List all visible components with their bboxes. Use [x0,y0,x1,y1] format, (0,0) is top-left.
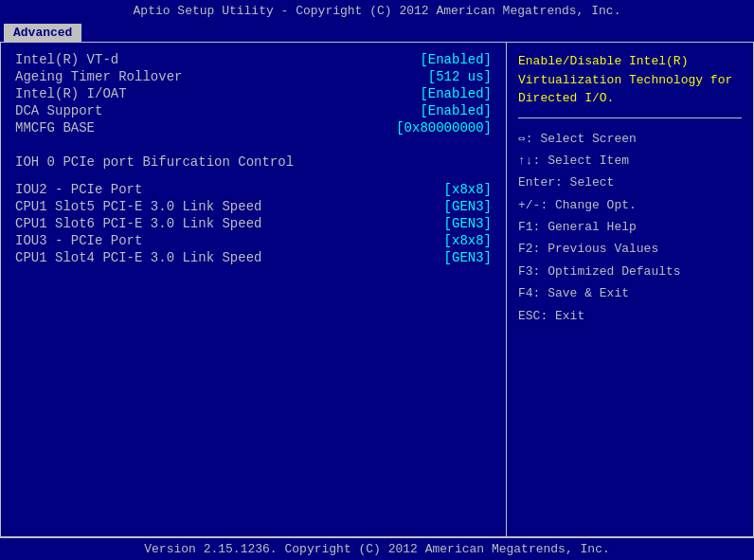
pcie-settings: IOU2 - PCIe Port [x8x8] CPU1 Slot5 PCI-E… [15,182,492,265]
setting-iou3[interactable]: IOU3 - PCIe Port [x8x8] [15,233,492,248]
key-f1: F1: General Help [518,216,742,238]
key-select-screen: ⇔: Select Screen [518,128,742,150]
right-panel: Enable/Disable Intel(R) Virtualization T… [507,43,753,536]
value-mmcfg: [0x80000000] [396,120,492,135]
label-iou2: IOU2 - PCIe Port [15,182,142,197]
key-f4: F4: Save & Exit [518,282,742,304]
key-esc: ESC: Exit [518,305,742,327]
value-slot5: [GEN3] [444,199,492,214]
label-ioat: Intel(R) I/OAT [15,86,127,101]
divider [518,117,742,118]
value-slot4: [GEN3] [444,250,492,265]
footer-text: Version 2.15.1236. Copyright (C) 2012 Am… [144,542,609,556]
label-slot6: CPU1 Slot6 PCI-E 3.0 Link Speed [15,216,261,231]
tab-bar: Advanced [0,22,754,42]
section-header: IOH 0 PCIe port Bifurcation Control [15,154,492,170]
title-bar: Aptio Setup Utility - Copyright (C) 2012… [0,0,754,22]
value-dca: [Enabled] [420,103,492,118]
key-help: ⇔: Select Screen ↑↓: Select Item Enter: … [518,128,742,328]
value-ioat: [Enabled] [420,86,492,101]
setting-slot5[interactable]: CPU1 Slot5 PCI-E 3.0 Link Speed [GEN3] [15,199,492,214]
left-panel: Intel(R) VT-d [Enabled] Ageing Timer Rol… [1,43,507,536]
key-enter-select: Enter: Select [518,172,742,193]
setting-slot4[interactable]: CPU1 Slot4 PCI-E 3.0 Link Speed [GEN3] [15,250,492,265]
setting-mmcfg[interactable]: MMCFG BASE [0x80000000] [15,120,492,135]
value-iou3: [x8x8] [444,233,492,248]
setting-vt-d[interactable]: Intel(R) VT-d [Enabled] [15,52,492,67]
value-vt-d: [Enabled] [420,52,492,67]
setting-ioat[interactable]: Intel(R) I/OAT [Enabled] [15,86,492,101]
key-change-opt: +/-: Change Opt. [518,194,742,216]
key-select-item: ↑↓: Select Item [518,150,742,172]
label-mmcfg: MMCFG BASE [15,120,95,135]
advanced-tab[interactable]: Advanced [4,24,81,42]
setting-ageing[interactable]: Ageing Timer Rollover [512 us] [15,69,492,84]
label-dca: DCA Support [15,103,102,118]
key-f3: F3: Optimized Defaults [518,261,742,282]
label-ageing: Ageing Timer Rollover [15,69,182,84]
footer: Version 2.15.1236. Copyright (C) 2012 Am… [0,537,754,560]
basic-settings: Intel(R) VT-d [Enabled] Ageing Timer Rol… [15,52,492,135]
screen: Aptio Setup Utility - Copyright (C) 2012… [0,0,754,560]
setting-slot6[interactable]: CPU1 Slot6 PCI-E 3.0 Link Speed [GEN3] [15,216,492,231]
help-text: Enable/Disable Intel(R) Virtualization T… [518,52,742,108]
setting-iou2[interactable]: IOU2 - PCIe Port [x8x8] [15,182,492,197]
label-vt-d: Intel(R) VT-d [15,52,118,67]
label-slot5: CPU1 Slot5 PCI-E 3.0 Link Speed [15,199,261,214]
title-text: Aptio Setup Utility - Copyright (C) 2012… [134,4,621,18]
value-slot6: [GEN3] [444,216,492,231]
value-iou2: [x8x8] [444,182,492,197]
setting-dca[interactable]: DCA Support [Enabled] [15,103,492,118]
value-ageing: [512 us] [428,69,492,84]
label-slot4: CPU1 Slot4 PCI-E 3.0 Link Speed [15,250,261,265]
key-f2: F2: Previous Values [518,238,742,260]
main-content: Intel(R) VT-d [Enabled] Ageing Timer Rol… [0,42,754,537]
label-iou3: IOU3 - PCIe Port [15,233,142,248]
